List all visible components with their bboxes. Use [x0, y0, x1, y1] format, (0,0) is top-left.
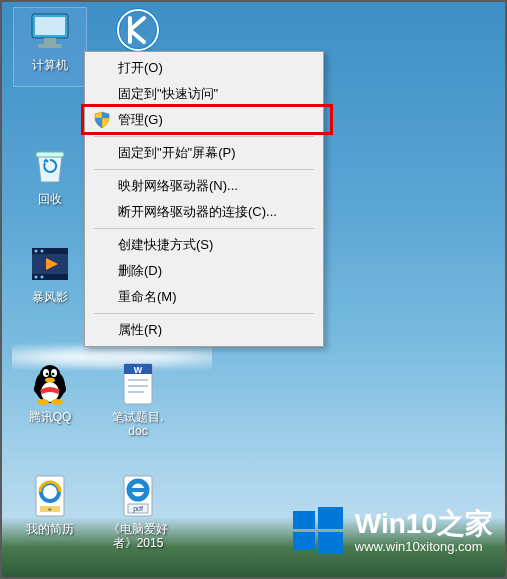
- watermark-url: www.win10xitong.com: [355, 540, 493, 554]
- kugou-icon: [114, 8, 162, 56]
- menu-item-label: 映射网络驱动器(N)...: [118, 177, 238, 195]
- svg-point-23: [51, 399, 63, 405]
- svg-rect-39: [318, 507, 343, 529]
- context-menu: 打开(O) 固定到"快速访问" 管理(G) 固定到"开始"屏幕(P) 映射网络驱…: [84, 51, 324, 347]
- edge-pdf-icon: pdf: [114, 472, 162, 520]
- menu-item-rename[interactable]: 重命名(M): [88, 284, 320, 310]
- recycle-bin-icon: [26, 142, 74, 190]
- icon-label: 《电脑爱好 者》2015: [102, 522, 174, 550]
- svg-rect-41: [318, 532, 343, 554]
- icon-label: 腾讯QQ: [14, 410, 86, 424]
- svg-point-22: [37, 399, 49, 405]
- svg-rect-38: [293, 511, 315, 529]
- menu-separator: [94, 169, 314, 170]
- menu-item-properties[interactable]: 属性(R): [88, 317, 320, 343]
- windows-logo-icon: [291, 505, 345, 559]
- menu-item-label: 打开(O): [118, 59, 163, 77]
- watermark: Win10之家 www.win10xitong.com: [291, 505, 493, 559]
- desktop-icon-pdfdoc[interactable]: pdf 《电脑爱好 者》2015: [102, 472, 174, 550]
- icon-label: 我的简历: [14, 522, 86, 536]
- menu-item-pin-quickaccess[interactable]: 固定到"快速访问": [88, 81, 320, 107]
- menu-item-label: 重命名(M): [118, 288, 177, 306]
- svg-point-16: [43, 369, 49, 377]
- svg-point-17: [51, 369, 57, 377]
- desktop-icon-computer[interactable]: 计算机: [14, 8, 86, 86]
- computer-icon: [26, 8, 74, 56]
- ie-doc-icon: e: [26, 472, 74, 520]
- desktop[interactable]: 计算机 回收: [0, 0, 507, 579]
- icon-label: 笔试题目. doc: [102, 410, 174, 438]
- menu-separator: [94, 228, 314, 229]
- icon-label: 计算机: [14, 58, 86, 72]
- svg-text:W: W: [134, 365, 143, 375]
- desktop-icon-baofeng[interactable]: 暴风影: [14, 240, 86, 318]
- svg-point-11: [41, 250, 44, 253]
- menu-item-manage[interactable]: 管理(G): [88, 107, 320, 133]
- desktop-icon-resume[interactable]: e 我的简历: [14, 472, 86, 550]
- word-doc-icon: W: [114, 360, 162, 408]
- svg-rect-1: [35, 17, 65, 35]
- menu-item-open[interactable]: 打开(O): [88, 55, 320, 81]
- svg-point-10: [35, 250, 38, 253]
- baofeng-icon: [26, 240, 74, 288]
- svg-point-20: [45, 378, 55, 383]
- watermark-title: Win10之家: [355, 509, 493, 540]
- menu-item-map-drive[interactable]: 映射网络驱动器(N)...: [88, 173, 320, 199]
- svg-rect-40: [293, 532, 315, 550]
- menu-item-label: 创建快捷方式(S): [118, 236, 213, 254]
- menu-item-pin-start[interactable]: 固定到"开始"屏幕(P): [88, 140, 320, 166]
- svg-rect-2: [44, 38, 56, 44]
- menu-separator: [94, 136, 314, 137]
- svg-point-5: [118, 10, 158, 50]
- menu-item-label: 属性(R): [118, 321, 162, 339]
- menu-item-delete[interactable]: 删除(D): [88, 258, 320, 284]
- menu-item-create-shortcut[interactable]: 创建快捷方式(S): [88, 232, 320, 258]
- shield-icon: [93, 111, 111, 129]
- desktop-icon-qq[interactable]: 腾讯QQ: [14, 360, 86, 438]
- svg-point-18: [46, 373, 49, 376]
- menu-item-label: 删除(D): [118, 262, 162, 280]
- icon-label: 暴风影: [14, 290, 86, 304]
- menu-item-label: 断开网络驱动器的连接(C)...: [118, 203, 277, 221]
- svg-text:pdf: pdf: [133, 505, 143, 513]
- icon-label: 回收: [14, 192, 86, 206]
- menu-item-label: 管理(G): [118, 111, 163, 129]
- desktop-icon-worddoc[interactable]: W 笔试题目. doc: [102, 360, 174, 438]
- svg-point-13: [41, 276, 44, 279]
- menu-item-disconnect-drive[interactable]: 断开网络驱动器的连接(C)...: [88, 199, 320, 225]
- desktop-icon-recyclebin[interactable]: 回收: [14, 142, 86, 220]
- menu-separator: [94, 313, 314, 314]
- svg-rect-3: [38, 44, 62, 48]
- svg-point-12: [35, 276, 38, 279]
- qq-icon: [26, 360, 74, 408]
- svg-point-19: [52, 373, 55, 376]
- menu-item-label: 固定到"开始"屏幕(P): [118, 144, 236, 162]
- svg-rect-6: [36, 152, 64, 157]
- menu-item-label: 固定到"快速访问": [118, 85, 218, 103]
